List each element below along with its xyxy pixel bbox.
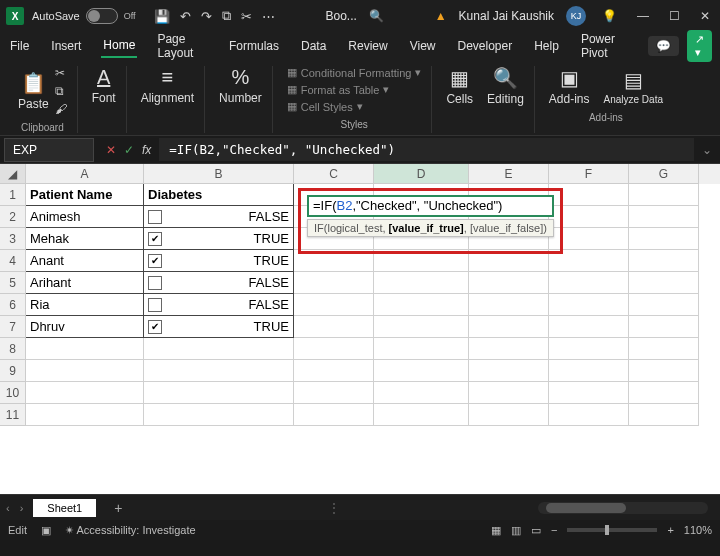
font-button[interactable]: AFont — [92, 66, 116, 105]
cell[interactable] — [629, 184, 699, 206]
cut-icon[interactable]: ✂ — [241, 9, 252, 24]
cell[interactable] — [629, 360, 699, 382]
cell[interactable]: Dhruv — [26, 316, 144, 338]
checkbox[interactable] — [148, 210, 162, 224]
col-header-b[interactable]: B — [144, 164, 294, 184]
zoom-in-icon[interactable]: + — [667, 524, 673, 536]
cell[interactable] — [26, 382, 144, 404]
cell[interactable] — [629, 316, 699, 338]
row-header[interactable]: 6 — [0, 294, 26, 316]
addins-button[interactable]: ▣Add-ins — [549, 66, 590, 106]
cell[interactable] — [549, 338, 629, 360]
cell[interactable]: ✔TRUE — [144, 316, 294, 338]
cell[interactable] — [469, 360, 549, 382]
cell[interactable] — [469, 404, 549, 426]
alignment-button[interactable]: ≡Alignment — [141, 66, 194, 105]
menu-formulas[interactable]: Formulas — [227, 35, 281, 57]
redo-icon[interactable]: ↷ — [201, 9, 212, 24]
cancel-formula-icon[interactable]: ✕ — [106, 143, 116, 157]
cell[interactable] — [294, 294, 374, 316]
fx-icon[interactable]: fx — [142, 143, 151, 157]
macro-record-icon[interactable]: ▣ — [41, 524, 51, 537]
analyze-data-button[interactable]: ▤Analyze Data — [604, 68, 663, 105]
menu-help[interactable]: Help — [532, 35, 561, 57]
cell[interactable] — [549, 316, 629, 338]
row-header[interactable]: 5 — [0, 272, 26, 294]
col-header-f[interactable]: F — [549, 164, 629, 184]
conditional-formatting-button[interactable]: ▦ Conditional Formatting ▾ — [287, 66, 422, 79]
cell[interactable] — [294, 316, 374, 338]
editing-button[interactable]: 🔍Editing — [487, 66, 524, 106]
cell[interactable] — [374, 294, 469, 316]
row-header[interactable]: 8 — [0, 338, 26, 360]
cell[interactable] — [26, 404, 144, 426]
cell[interactable]: ✔TRUE — [144, 228, 294, 250]
more-icon[interactable]: ⋯ — [262, 9, 275, 24]
cell[interactable] — [469, 338, 549, 360]
maximize-icon[interactable]: ☐ — [665, 9, 684, 23]
cell[interactable] — [144, 360, 294, 382]
select-all-triangle[interactable]: ◢ — [0, 164, 26, 184]
sheet-nav-next[interactable]: › — [20, 502, 24, 514]
cell[interactable] — [629, 338, 699, 360]
cell[interactable] — [144, 382, 294, 404]
cell[interactable] — [144, 404, 294, 426]
row-header[interactable]: 3 — [0, 228, 26, 250]
cell[interactable] — [469, 294, 549, 316]
cells-button[interactable]: ▦Cells — [446, 66, 473, 106]
zoom-slider[interactable] — [567, 528, 657, 532]
checkbox[interactable]: ✔ — [148, 320, 162, 334]
cell[interactable] — [549, 382, 629, 404]
close-icon[interactable]: ✕ — [696, 9, 714, 23]
view-layout-icon[interactable]: ▥ — [511, 524, 521, 537]
row-header[interactable]: 4 — [0, 250, 26, 272]
name-box[interactable]: EXP — [4, 138, 94, 162]
search-icon[interactable]: 🔍 — [369, 9, 384, 23]
add-sheet-button[interactable]: + — [106, 500, 130, 516]
checkbox[interactable] — [148, 276, 162, 290]
cell[interactable]: Mehak — [26, 228, 144, 250]
number-button[interactable]: %Number — [219, 66, 262, 105]
cell[interactable] — [629, 272, 699, 294]
cell[interactable]: FALSE — [144, 294, 294, 316]
cell[interactable] — [294, 360, 374, 382]
cell[interactable] — [629, 206, 699, 228]
share-button[interactable]: ↗ ▾ — [687, 30, 712, 62]
cell[interactable] — [374, 404, 469, 426]
undo-icon[interactable]: ↶ — [180, 9, 191, 24]
cell[interactable] — [629, 250, 699, 272]
menu-developer[interactable]: Developer — [456, 35, 515, 57]
row-header[interactable]: 7 — [0, 316, 26, 338]
row-header[interactable]: 2 — [0, 206, 26, 228]
menu-page-layout[interactable]: Page Layout — [155, 28, 209, 64]
cell[interactable]: Anant — [26, 250, 144, 272]
menu-data[interactable]: Data — [299, 35, 328, 57]
cell[interactable] — [629, 382, 699, 404]
cell[interactable] — [144, 338, 294, 360]
cell[interactable]: FALSE — [144, 272, 294, 294]
cell[interactable]: Patient Name — [26, 184, 144, 206]
cell[interactable] — [549, 360, 629, 382]
cell[interactable] — [374, 382, 469, 404]
cell[interactable] — [294, 338, 374, 360]
cell[interactable]: Diabetes — [144, 184, 294, 206]
autosave-toggle[interactable] — [86, 8, 118, 24]
warning-icon[interactable]: ▲ — [435, 9, 447, 23]
formula-bar-input[interactable] — [159, 138, 694, 161]
cell[interactable] — [629, 404, 699, 426]
cell[interactable] — [26, 338, 144, 360]
format-as-table-button[interactable]: ▦ Format as Table ▾ — [287, 83, 422, 96]
cell[interactable] — [629, 228, 699, 250]
cell[interactable] — [374, 338, 469, 360]
cell[interactable] — [629, 294, 699, 316]
row-header[interactable]: 10 — [0, 382, 26, 404]
cell[interactable]: Arihant — [26, 272, 144, 294]
cell[interactable] — [294, 382, 374, 404]
cell[interactable] — [26, 360, 144, 382]
view-pagebreak-icon[interactable]: ▭ — [531, 524, 541, 537]
cell-styles-button[interactable]: ▦ Cell Styles ▾ — [287, 100, 422, 113]
cell[interactable]: FALSE — [144, 206, 294, 228]
format-painter-btn[interactable]: 🖌 — [55, 102, 67, 116]
cell[interactable]: Animesh — [26, 206, 144, 228]
row-header[interactable]: 11 — [0, 404, 26, 426]
